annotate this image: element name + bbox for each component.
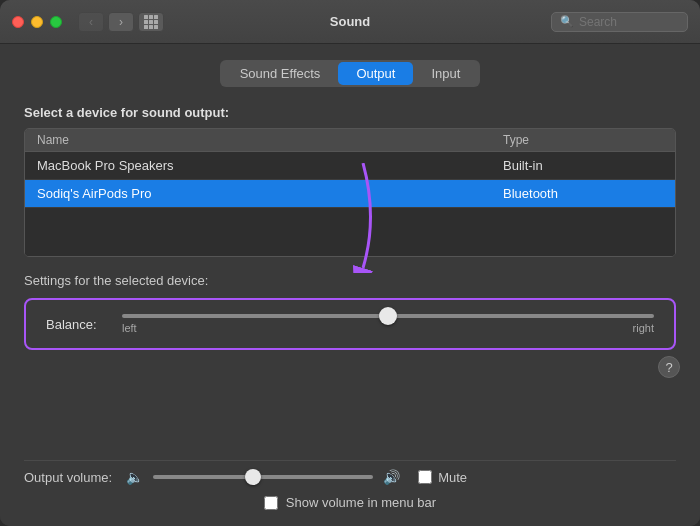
back-button[interactable]: ‹ [78, 12, 104, 32]
volume-low-icon: 🔈 [126, 469, 143, 485]
traffic-lights [12, 16, 62, 28]
bottom-controls: Output volume: 🔈 🔊 Mute Show volume in m… [24, 460, 676, 510]
device-type-2: Bluetooth [503, 186, 663, 201]
device-table: Name Type MacBook Pro Speakers Built-in … [24, 128, 676, 257]
forward-button[interactable]: › [108, 12, 134, 32]
table-spacer [25, 208, 675, 256]
grid-icon [144, 15, 158, 29]
settings-label: Settings for the selected device: [24, 273, 676, 288]
search-input[interactable] [579, 15, 679, 29]
col-name-header: Name [37, 133, 503, 147]
maximize-button[interactable] [50, 16, 62, 28]
tab-output[interactable]: Output [338, 62, 413, 85]
content-area: Sound Effects Output Input Select a devi… [0, 44, 700, 526]
mute-label: Mute [438, 470, 467, 485]
tab-sound-effects[interactable]: Sound Effects [222, 62, 339, 85]
device-name-1: MacBook Pro Speakers [37, 158, 503, 173]
table-row[interactable]: Sodiq's AirPods Pro Bluetooth [25, 180, 675, 208]
nav-buttons: ‹ › [78, 12, 134, 32]
search-icon: 🔍 [560, 15, 574, 28]
mute-checkbox[interactable] [418, 470, 432, 484]
tab-input[interactable]: Input [413, 62, 478, 85]
main-window: ‹ › Sound 🔍 Sound Effects Output Input [0, 0, 700, 526]
volume-row: Output volume: 🔈 🔊 Mute [24, 469, 676, 485]
search-box[interactable]: 🔍 [551, 12, 688, 32]
volume-high-icon: 🔊 [383, 469, 400, 485]
mute-row: Mute [418, 470, 467, 485]
show-volume-row: Show volume in menu bar [24, 495, 676, 510]
table-header: Name Type [25, 129, 675, 152]
balance-label: Balance: [46, 317, 106, 332]
balance-container: Balance: left right [24, 298, 676, 350]
slider-labels: left right [122, 322, 654, 334]
col-type-header: Type [503, 133, 663, 147]
show-volume-label: Show volume in menu bar [286, 495, 436, 510]
window-title: Sound [330, 14, 370, 29]
table-row[interactable]: MacBook Pro Speakers Built-in [25, 152, 675, 180]
output-volume-label: Output volume: [24, 470, 112, 485]
table-body: MacBook Pro Speakers Built-in Sodiq's Ai… [25, 152, 675, 256]
balance-slider[interactable] [122, 314, 654, 318]
show-volume-checkbox[interactable] [264, 496, 278, 510]
balance-row: Balance: left right [46, 314, 654, 334]
minimize-button[interactable] [31, 16, 43, 28]
balance-left-label: left [122, 322, 137, 334]
balance-slider-wrapper: left right [122, 314, 654, 334]
grid-view-button[interactable] [138, 12, 164, 32]
close-button[interactable] [12, 16, 24, 28]
tabs: Sound Effects Output Input [220, 60, 481, 87]
titlebar: ‹ › Sound 🔍 [0, 0, 700, 44]
settings-container: Settings for the selected device: Balanc… [24, 273, 676, 366]
device-name-2: Sodiq's AirPods Pro [37, 186, 503, 201]
tabs-container: Sound Effects Output Input [24, 60, 676, 87]
help-button[interactable]: ? [658, 356, 680, 378]
balance-right-label: right [633, 322, 654, 334]
device-type-1: Built-in [503, 158, 663, 173]
volume-slider[interactable] [153, 475, 373, 479]
output-section-title: Select a device for sound output: [24, 105, 676, 120]
